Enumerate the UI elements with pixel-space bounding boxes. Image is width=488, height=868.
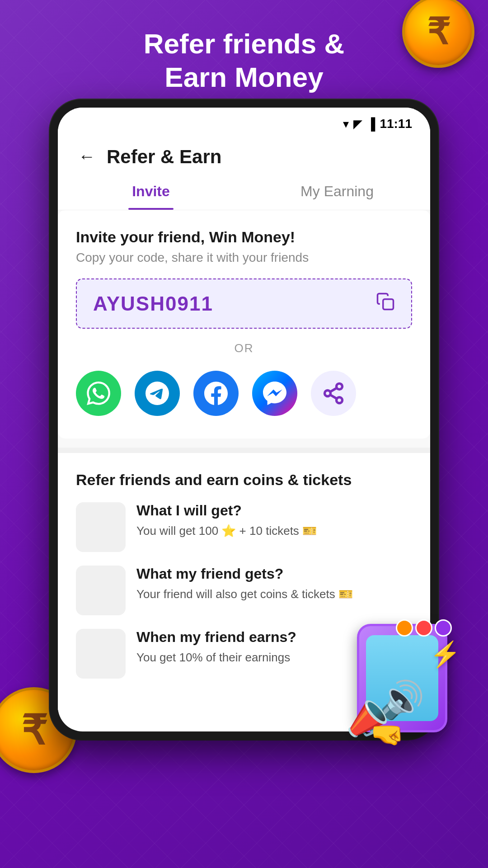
invite-section: Invite your friend, Win Money! Copy your… [58, 210, 430, 439]
status-time: 11:11 [380, 117, 412, 131]
info-heading-1: What I will get? [136, 502, 317, 519]
info-text-3: When my friend earns? You get 10% of the… [136, 629, 296, 665]
info-item-friend-gets: What my friend gets? Your friend will al… [76, 566, 412, 615]
signal-icon: ◤ [353, 117, 362, 131]
info-desc-3: You get 10% of their earnings [136, 649, 296, 665]
svg-line-4 [330, 395, 337, 399]
tab-my-earning[interactable]: My Earning [244, 173, 430, 210]
info-icon-placeholder-2 [76, 566, 126, 615]
tab-bar: Invite My Earning [58, 173, 430, 210]
info-icon-placeholder-3 [76, 629, 126, 679]
share-icons-row [76, 366, 412, 420]
referral-code-box[interactable]: AYUSH0911 [76, 278, 412, 329]
invite-title: Invite your friend, Win Money! [76, 228, 412, 246]
info-icon-placeholder-1 [76, 502, 126, 552]
or-divider: OR [76, 341, 412, 355]
tab-invite[interactable]: Invite [58, 173, 244, 210]
facebook-share-button[interactable] [193, 371, 239, 416]
svg-point-1 [337, 383, 343, 389]
telegram-share-button[interactable] [135, 371, 180, 416]
battery-icon: ▐ [367, 117, 375, 131]
referral-code: AYUSH0911 [93, 292, 213, 315]
info-heading-2: What my friend gets? [136, 566, 353, 582]
info-text-1: What I will get? You will get 100 ⭐ + 10… [136, 502, 317, 539]
info-heading-3: When my friend earns? [136, 629, 296, 646]
svg-point-3 [337, 397, 343, 403]
whatsapp-share-button[interactable] [76, 371, 121, 416]
status-icons: ▾ ◤ ▐ 11:11 [343, 117, 412, 131]
info-item-what-i-get: What I will get? You will get 100 ⭐ + 10… [76, 502, 412, 552]
info-desc-1: You will get 100 ⭐ + 10 tickets 🎫 [136, 523, 317, 539]
generic-share-button[interactable] [311, 371, 356, 416]
header-line2: Earn Money [36, 61, 452, 94]
back-button[interactable]: ← [76, 145, 98, 169]
header-line1: Refer friends & [36, 27, 452, 61]
wifi-icon: ▾ [343, 117, 349, 131]
copy-icon[interactable] [376, 292, 395, 315]
svg-point-2 [325, 391, 331, 396]
info-desc-2: Your friend will also get coins & ticket… [136, 586, 353, 602]
top-navigation: ← Refer & Earn [58, 136, 430, 169]
svg-line-5 [330, 388, 337, 392]
svg-rect-0 [383, 299, 394, 310]
promo-illustration: 🔊 ⚡ 📣 🤜 [357, 624, 474, 741]
earn-section-title: Refer friends and earn coins & tickets [76, 471, 412, 489]
section-divider [58, 448, 430, 453]
status-bar: ▾ ◤ ▐ 11:11 [58, 108, 430, 136]
page-header: Refer friends & Earn Money [0, 27, 488, 94]
invite-subtitle: Copy your code, share it with your frien… [76, 250, 412, 265]
tab-active-indicator [128, 208, 174, 210]
info-text-2: What my friend gets? Your friend will al… [136, 566, 353, 602]
page-title: Refer & Earn [107, 146, 221, 168]
messenger-share-button[interactable] [252, 371, 297, 416]
